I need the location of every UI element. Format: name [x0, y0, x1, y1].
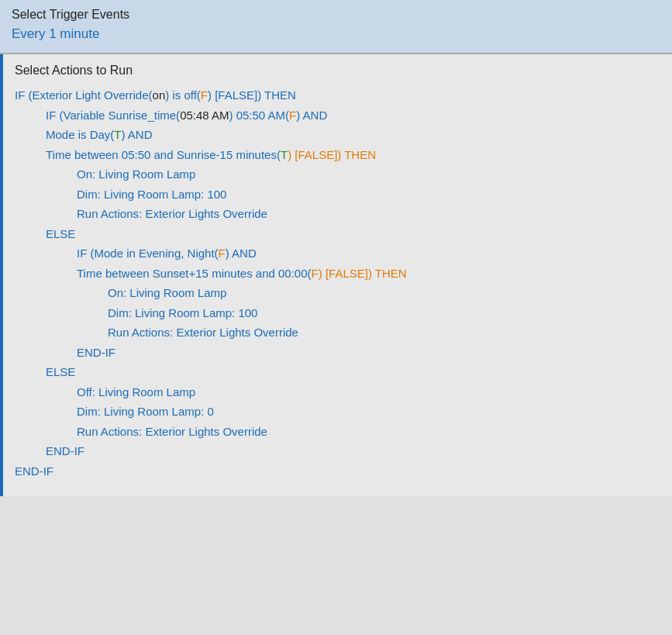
code-line: Time between 05:50 and Sunrise-15 minute… [15, 145, 660, 165]
code-line: END-IF [15, 441, 660, 461]
code-line: On: Living Room Lamp [15, 283, 660, 303]
code-line: ELSE [15, 224, 660, 244]
code-line: IF (Variable Sunrise_time(05:48 AM) 05:5… [15, 105, 660, 126]
code-line: Run Actions: Exterior Lights Override [15, 422, 660, 442]
actions-section: Select Actions to Run IF (Exterior Light… [0, 54, 672, 496]
code-line: On: Living Room Lamp [15, 164, 660, 185]
code-block: IF (Exterior Light Override(on) is off(F… [15, 85, 660, 481]
code-line: IF (Exterior Light Override(on) is off(F… [15, 85, 660, 105]
code-line: Time between Sunset+15 minutes and 00:00… [15, 264, 660, 284]
trigger-section: Select Trigger Events Every 1 minute [0, 0, 672, 54]
code-line: Dim: Living Room Lamp: 100 [15, 185, 660, 205]
code-line: Off: Living Room Lamp [15, 382, 660, 402]
code-line: Run Actions: Exterior Lights Override [15, 204, 660, 224]
code-line: IF (Mode in Evening, Night(F) AND [15, 243, 660, 264]
code-line: END-IF [15, 461, 660, 481]
code-line: END-IF [15, 343, 660, 363]
trigger-section-title: Select Trigger Events [12, 8, 660, 22]
trigger-value: Every 1 minute [12, 26, 660, 42]
code-line: Dim: Living Room Lamp: 0 [15, 402, 660, 422]
code-line: Mode is Day(T) AND [15, 125, 660, 145]
actions-section-title: Select Actions to Run [15, 64, 660, 78]
code-line: ELSE [15, 362, 660, 382]
code-line: Run Actions: Exterior Lights Override [15, 323, 660, 343]
code-line: Dim: Living Room Lamp: 100 [15, 303, 660, 323]
